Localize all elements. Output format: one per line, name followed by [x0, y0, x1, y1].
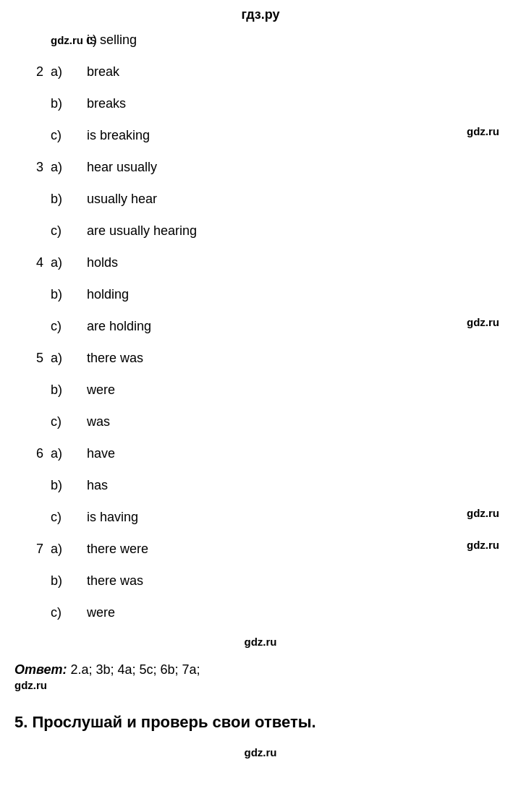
answer-text: holds — [87, 252, 507, 270]
answer-text: were — [87, 380, 507, 398]
main-content: gdz.ru c) is selling 2 a) break b) break… — [0, 30, 521, 648]
answer-watermark: gdz.ru — [14, 679, 507, 691]
row-letter: c) — [51, 221, 87, 239]
row-letter: a) — [51, 348, 87, 366]
table-row: 3 a) hear usually — [14, 157, 507, 189]
answer-text: is selling — [87, 30, 507, 48]
section-5: 5. Прослушай и проверь свои ответы. — [0, 713, 521, 732]
answer-text: have — [87, 443, 507, 461]
answer-section: Ответ: 2.а; 3b; 4а; 5с; 6b; 7а; gdz.ru — [0, 662, 521, 691]
table-row: c) is breaking gdz.ru — [14, 125, 507, 157]
row-num — [14, 507, 51, 510]
table-row: 5 a) there was — [14, 348, 507, 380]
row-letter: a) — [51, 61, 87, 80]
answer-text: was — [87, 411, 507, 429]
table-row: b) usually hear — [14, 189, 507, 221]
site-title: гдз.ру — [0, 7, 521, 22]
watermark-center: gdz.ru — [14, 636, 507, 648]
watermark-gdz: gdz.ru — [467, 316, 499, 328]
row-num — [14, 93, 51, 96]
watermark-gdz: gdz.ru — [467, 125, 499, 137]
table-row: c) are holding gdz.ru — [14, 316, 507, 348]
answer-text: there was — [87, 570, 507, 589]
answer-line: Ответ: 2.а; 3b; 4а; 5с; 6b; 7а; — [14, 662, 507, 678]
row-letter: b) — [51, 284, 87, 302]
row-letter: b) — [51, 380, 87, 398]
row-letter: b) — [51, 475, 87, 493]
row-letter: b) — [51, 93, 87, 111]
row-letter: c) — [51, 316, 87, 334]
watermark-gdz: gdz.ru — [51, 34, 83, 46]
table-row: b) has — [14, 475, 507, 507]
answer-label: Ответ: — [14, 662, 67, 677]
answer-text: has — [87, 475, 507, 493]
row-letter: b) — [51, 189, 87, 207]
answer-text: usually hear — [87, 189, 507, 207]
row-num: gdz.ru — [14, 221, 51, 223]
table-row: 7 a) there were gdz.ru — [14, 539, 507, 570]
answer-text: were — [87, 602, 507, 620]
table-row: gdz.ru c) is selling — [14, 30, 507, 61]
answer-text: 2.а; 3b; 4а; 5с; 6b; 7а; — [67, 662, 200, 677]
row-letter: c) — [51, 507, 87, 525]
section-5-title: 5. Прослушай и проверь свои ответы. — [14, 713, 507, 732]
row-num — [14, 30, 51, 33]
row-num: 4 — [14, 252, 51, 270]
row-num — [14, 475, 51, 478]
table-row: 2 a) break — [14, 61, 507, 93]
row-num: 2 — [14, 61, 51, 80]
row-letter: a) — [51, 252, 87, 270]
answer-text: is having — [87, 507, 507, 525]
row-letter: a) — [51, 443, 87, 461]
answer-text: are holding — [87, 316, 507, 334]
answer-text: is breaking — [87, 125, 507, 143]
row-letter: a) — [51, 157, 87, 175]
row-num: 7 — [14, 539, 51, 557]
table-row: b) breaks — [14, 93, 507, 125]
answer-text: breaks — [87, 93, 507, 111]
answer-text: there were — [87, 539, 507, 557]
answer-text: hear usually — [87, 157, 507, 175]
table-row: b) holding — [14, 284, 507, 316]
row-num — [14, 189, 51, 192]
table-row: c) was — [14, 411, 507, 443]
answer-text: break — [87, 61, 507, 80]
row-num: 3 — [14, 157, 51, 175]
row-num: 6 — [14, 443, 51, 461]
watermark-gdz: gdz.ru — [467, 539, 499, 551]
row-num: 5 — [14, 348, 51, 366]
answer-text: are usually hearing — [87, 221, 507, 239]
row-letter: c) — [51, 125, 87, 143]
row-num — [14, 411, 51, 414]
table-row: 6 a) have — [14, 443, 507, 475]
footer-watermark: gdz.ru — [0, 746, 521, 758]
answer-text: holding — [87, 284, 507, 302]
row-num — [14, 316, 51, 319]
table-row: b) there was — [14, 570, 507, 602]
row-num — [14, 602, 51, 605]
watermark-gdz: gdz.ru — [467, 507, 499, 519]
row-letter: gdz.ru c) — [51, 30, 87, 48]
table-row: 4 a) holds — [14, 252, 507, 284]
row-letter: c) — [51, 602, 87, 620]
row-num — [14, 284, 51, 287]
row-letter: a) — [51, 539, 87, 557]
row-num — [14, 380, 51, 383]
table-row: b) were — [14, 380, 507, 411]
answer-text: there was — [87, 348, 507, 366]
table-row: c) is having gdz.ru — [14, 507, 507, 539]
row-num — [14, 125, 51, 128]
row-letter: b) — [51, 570, 87, 589]
row-letter: c) — [51, 411, 87, 429]
page-header: гдз.ру — [0, 7, 521, 22]
table-row: c) were — [14, 602, 507, 634]
row-num — [14, 570, 51, 573]
table-row: gdz.ru c) are usually hearing — [14, 221, 507, 252]
